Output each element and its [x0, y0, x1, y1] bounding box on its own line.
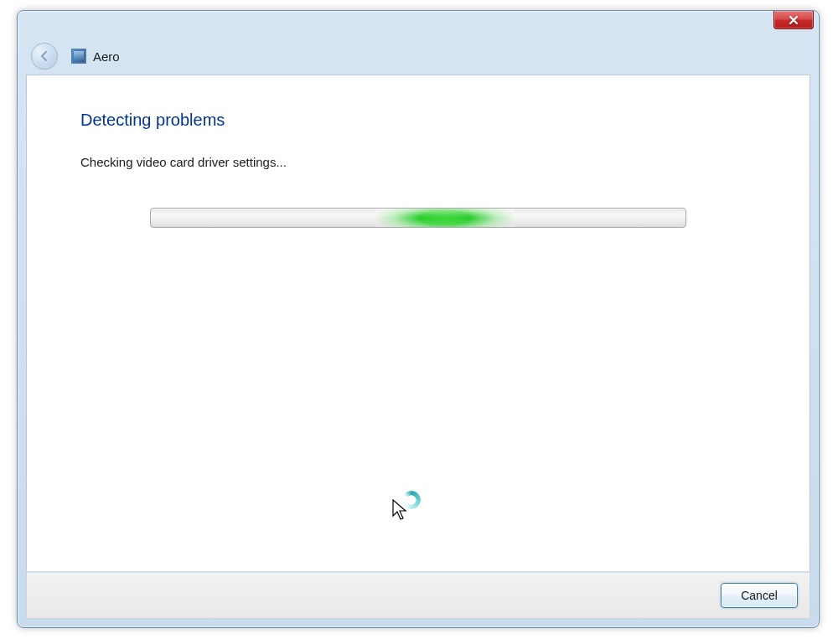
back-arrow-icon: [38, 49, 51, 63]
close-button[interactable]: [773, 11, 814, 29]
status-text: Checking video card driver settings...: [80, 155, 756, 169]
header-row: Aero: [18, 36, 819, 76]
footer-bar: Cancel: [26, 572, 810, 619]
header-title-group: Aero: [71, 49, 120, 64]
back-button[interactable]: [31, 43, 58, 70]
troubleshooter-window: Aero Detecting problems Checking video c…: [17, 10, 820, 628]
titlebar: [18, 11, 819, 36]
progress-marquee: [375, 209, 515, 227]
close-icon: [789, 15, 799, 25]
progress-bar: [150, 208, 686, 228]
page-heading: Detecting problems: [80, 111, 756, 130]
window-title: Aero: [93, 49, 120, 64]
cancel-button[interactable]: Cancel: [721, 583, 798, 608]
content-panel: Detecting problems Checking video card d…: [26, 75, 810, 572]
content-inner: Detecting problems Checking video card d…: [27, 75, 810, 263]
progress-wrap: [150, 208, 686, 228]
aero-app-icon: [71, 49, 86, 64]
